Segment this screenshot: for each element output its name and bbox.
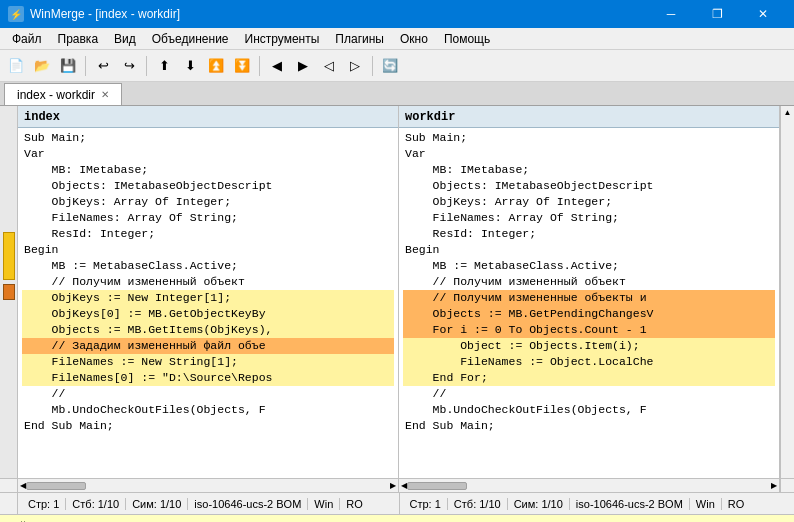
tab-bar: index - workdir ✕ [0,82,794,106]
copy-right-button[interactable]: ▶ [291,54,315,78]
left-code-line: Sub Main; [22,130,394,146]
copy-all-right-button[interactable]: ▷ [343,54,367,78]
left-code-line: // [22,386,394,402]
menu-help[interactable]: Помощь [436,28,498,49]
left-code-line: Objects := MB.GetItems(ObjKeys), [22,322,394,338]
margin-indicator-1 [3,232,15,280]
right-code-line: ObjKeys: Array Of Integer; [403,194,775,210]
left-pane: index Sub Main;Var MB: IMetabase; Object… [18,106,399,478]
left-code-line: // Зададим измененный файл объе [22,338,394,354]
left-hscroll[interactable]: ◀ ▶ [18,479,399,492]
copy-all-left-button[interactable]: ◁ [317,54,341,78]
margin-panel [0,106,18,478]
copy-left-button[interactable]: ◀ [265,54,289,78]
right-code-line: Mb.UndoCheckOutFiles(Objects, F [403,402,775,418]
left-code-line: Begin [22,242,394,258]
left-status-char: Сим: 1/10 [126,498,188,510]
right-code-line: // Получим измененный объект [403,274,775,290]
left-status: Стр: 1 Стб: 1/10 Сим: 1/10 iso-10646-ucs… [18,493,400,514]
right-code-line: FileNames: Array Of String; [403,210,775,226]
left-code-line: Objects: IMetabaseObjectDescript [22,178,394,194]
left-code-line: End Sub Main; [22,418,394,434]
right-code-line: MB := MetabaseClass.Active; [403,258,775,274]
left-status-enc: iso-10646-ucs-2 BOM [188,498,308,510]
new-button[interactable]: 📄 [4,54,28,78]
right-code-line: ResId: Integer; [403,226,775,242]
margin-indicator-2 [3,284,15,300]
left-code-line: Var [22,146,394,162]
toolbar-sep-4 [372,56,373,76]
right-code-line: Var [403,146,775,162]
right-code-line: MB: IMetabase; [403,162,775,178]
left-hscroll-thumb[interactable] [26,482,86,490]
hscroll-corner-right [780,479,794,492]
right-pane: workdir Sub Main;Var MB: IMetabase; Obje… [399,106,780,478]
menu-bar: Файл Правка Вид Объединение Инструменты … [0,28,794,50]
prev-diff-button[interactable]: ⬆ [152,54,176,78]
right-scrollbar[interactable]: ▲ [780,106,794,478]
toolbar-sep-2 [146,56,147,76]
left-code-line: // Получим измененный объект [22,274,394,290]
last-diff-button[interactable]: ⏬ [230,54,254,78]
left-code-line: MB: IMetabase; [22,162,394,178]
menu-edit[interactable]: Правка [50,28,107,49]
left-code-content[interactable]: Sub Main;Var MB: IMetabase; Objects: IMe… [18,128,398,478]
toolbar-sep-1 [85,56,86,76]
first-diff-button[interactable]: ⏫ [204,54,228,78]
right-status-eol: Win [690,498,722,510]
refresh-button[interactable]: 🔄 [378,54,402,78]
menu-window[interactable]: Окно [392,28,436,49]
tab-label: index - workdir [17,88,95,102]
right-status-enc: iso-10646-ucs-2 BOM [570,498,690,510]
right-hscroll-thumb[interactable] [407,482,467,490]
undo-button[interactable]: ↩ [91,54,115,78]
right-code-line: Begin [403,242,775,258]
right-code-content[interactable]: Sub Main;Var MB: IMetabase; Objects: IMe… [399,128,779,478]
redo-button[interactable]: ↪ [117,54,141,78]
next-diff-button[interactable]: ⬇ [178,54,202,78]
restore-button[interactable]: ❐ [694,0,740,28]
minimize-button[interactable]: ─ [648,0,694,28]
toolbar-sep-3 [259,56,260,76]
left-code-line: ObjKeys: Array Of Integer; [22,194,394,210]
menu-view[interactable]: Вид [106,28,144,49]
status-end [780,493,794,514]
right-status-ro: RO [722,498,751,510]
right-code-line: Objects: IMetabaseObjectDescript [403,178,775,194]
hscroll-corner-left [0,479,18,492]
left-code-line: ResId: Integer; [22,226,394,242]
left-code-line: MB := MetabaseClass.Active; [22,258,394,274]
menu-tools[interactable]: Инструменты [237,28,328,49]
right-code-line: // [403,386,775,402]
menu-merge[interactable]: Объединение [144,28,237,49]
toolbar: 📄 📂 💾 ↩ ↪ ⬆ ⬇ ⏫ ⏬ ◀ ▶ ◁ ▷ 🔄 [0,50,794,82]
bottom-bar: Найдено всего одно отличи... NUM [0,514,794,522]
right-code-line: Objects := MB.GetPendingChangesV [403,306,775,322]
close-button[interactable]: ✕ [740,0,786,28]
left-code-line: Mb.UndoCheckOutFiles(Objects, F [22,402,394,418]
save-button[interactable]: 💾 [56,54,80,78]
title-bar: ⚡ WinMerge - [index - workdir] ─ ❐ ✕ [0,0,794,28]
left-code-line: ObjKeys := New Integer[1]; [22,290,394,306]
right-status-row: Стр: 1 [404,498,448,510]
right-hscroll[interactable]: ◀ ▶ [399,479,780,492]
tab-close-button[interactable]: ✕ [101,89,109,100]
right-code-line: End For; [403,370,775,386]
tab-index-workdir[interactable]: index - workdir ✕ [4,83,122,105]
right-code-line: Object := Objects.Item(i); [403,338,775,354]
open-button[interactable]: 📂 [30,54,54,78]
menu-plugins[interactable]: Плагины [327,28,392,49]
right-status: Стр: 1 Стб: 1/10 Сим: 1/10 iso-10646-ucs… [400,493,781,514]
right-status-col: Стб: 1/10 [448,498,508,510]
right-pane-header: workdir [399,106,779,128]
left-pane-header: index [18,106,398,128]
left-status-ro: RO [340,498,369,510]
left-status-eol: Win [308,498,340,510]
panes-container: index Sub Main;Var MB: IMetabase; Object… [18,106,794,478]
menu-file[interactable]: Файл [4,28,50,49]
left-status-row: Стр: 1 [22,498,66,510]
content-area: index Sub Main;Var MB: IMetabase; Object… [0,106,794,478]
right-code-line: Sub Main; [403,130,775,146]
right-code-line: End Sub Main; [403,418,775,434]
left-code-line: ObjKeys[0] := MB.GetObjectKeyBy [22,306,394,322]
